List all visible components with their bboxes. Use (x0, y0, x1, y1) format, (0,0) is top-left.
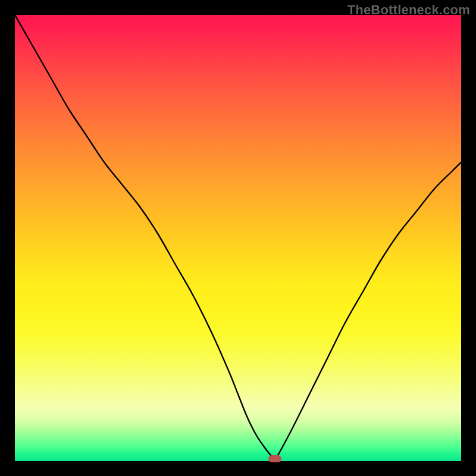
optimum-marker (268, 455, 281, 462)
bottleneck-curve (15, 15, 461, 461)
curve-layer (15, 15, 461, 461)
watermark-text: TheBottleneck.com (347, 2, 470, 18)
plot-area (15, 15, 461, 461)
chart-stage: TheBottleneck.com (0, 0, 476, 476)
